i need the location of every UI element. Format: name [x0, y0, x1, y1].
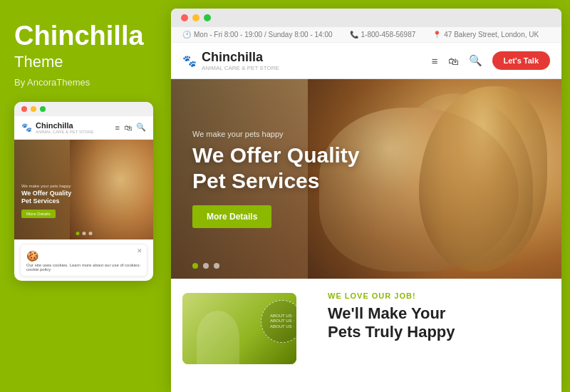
left-title: Chinchilla — [14, 21, 157, 51]
browser-dot-green — [204, 14, 211, 21]
mini-cookie-icon: 🍪 — [26, 250, 141, 262]
section-title: We'll Make YourPets Truly Happy — [328, 304, 547, 342]
info-hours: 🕐 Mon - Fri 8:00 - 19:00 / Sunday 8:00 -… — [182, 31, 333, 38]
mini-dot-1[interactable] — [76, 232, 79, 235]
mini-cookie-text: Our site uses cookies. Learn more about … — [26, 263, 140, 272]
browser-brand-sub: ANIMAL CARE & PET STORE — [202, 65, 279, 71]
mini-dot-red — [21, 106, 27, 112]
mini-titlebar — [14, 102, 153, 116]
browser-below-section: ABOUT US · ABOUT US · ABOUT US · WE LOVE… — [171, 279, 561, 392]
hero-title: We Offer QualityPet Services — [192, 143, 360, 194]
info-phone: 📞 1-800-458-56987 — [350, 31, 416, 38]
mini-navbar: 🐾 Chinchilla ANIMAL CARE & PET STORE ≡ 🛍… — [14, 116, 153, 140]
browser-brand: 🐾 Chinchilla ANIMAL CARE & PET STORE — [182, 50, 279, 71]
main-browser: 🕐 Mon - Fri 8:00 - 19:00 / Sunday 8:00 -… — [171, 9, 561, 392]
hero-content: We make your pets happy We Offer Quality… — [192, 130, 360, 228]
info-hours-text: Mon - Fri 8:00 - 19:00 / Sunday 8:00 - 1… — [194, 31, 333, 38]
browser-info-bar: 🕐 Mon - Fri 8:00 - 19:00 / Sunday 8:00 -… — [171, 27, 561, 43]
mini-paw-icon: 🐾 — [21, 123, 32, 133]
mini-slider-dots — [76, 232, 92, 235]
about-image: ABOUT US · ABOUT US · ABOUT US · — [182, 293, 296, 364]
mini-dot-3[interactable] — [88, 232, 92, 235]
mini-brand: 🐾 Chinchilla ANIMAL CARE & PET STORE — [21, 121, 94, 134]
browser-bag-icon[interactable]: 🛍 — [448, 55, 459, 67]
info-address-text: 47 Bakery Street, London, UK — [444, 31, 539, 38]
section-small-label: WE LOVE OUR JOB! — [328, 292, 547, 300]
location-icon: 📍 — [432, 31, 441, 38]
left-panel: Chinchilla Theme By AncoraThemes 🐾 Chinc… — [0, 0, 171, 392]
mini-hero-btn[interactable]: More Details — [21, 210, 56, 218]
info-phone-text: 1-800-458-56987 — [361, 31, 416, 38]
mini-search-icon[interactable]: 🔍 — [136, 123, 146, 132]
info-address: 📍 47 Bakery Street, London, UK — [432, 31, 539, 38]
mini-cookie-notice: ✕ 🍪 Our site uses cookies. Learn more ab… — [20, 244, 147, 277]
mini-nav-icons: ≡ 🛍 🔍 — [115, 123, 146, 132]
browser-titlebar — [171, 9, 561, 27]
mini-hero-title: We Offer QualityPet Services — [21, 190, 71, 205]
mini-brand-name: Chinchilla — [36, 121, 73, 130]
browser-nav-right: ≡ 🛍 🔍 Let's Talk — [432, 51, 550, 70]
mini-hero-small: We make your pets happy — [21, 184, 71, 188]
mini-cookie-close[interactable]: ✕ — [137, 247, 142, 254]
browser-topbar: 🕐 Mon - Fri 8:00 - 19:00 / Sunday 8:00 -… — [171, 27, 561, 79]
below-right: WE LOVE OUR JOB! We'll Make YourPets Tru… — [314, 279, 561, 392]
left-author: By AncoraThemes — [14, 77, 157, 88]
mini-brand-sub: ANIMAL CARE & PET STORE — [36, 130, 94, 134]
browser-brand-name: Chinchilla — [202, 50, 263, 64]
browser-search-icon[interactable]: 🔍 — [469, 54, 482, 67]
below-left: ABOUT US · ABOUT US · ABOUT US · — [171, 279, 314, 392]
mini-menu-icon[interactable]: ≡ — [115, 123, 120, 132]
hero-dot-3[interactable] — [214, 263, 219, 269]
hero-dot-1[interactable] — [192, 263, 198, 269]
browser-dot-red — [181, 14, 188, 21]
left-subtitle: Theme — [14, 53, 157, 71]
mini-dot-green — [40, 106, 46, 112]
mini-dot-yellow — [31, 106, 36, 112]
clock-icon: 🕐 — [182, 31, 191, 38]
hero-more-details-button[interactable]: More Details — [192, 205, 271, 228]
mini-bag-icon[interactable]: 🛍 — [124, 123, 132, 132]
hero-dot-2[interactable] — [203, 263, 209, 269]
phone-icon: 📞 — [350, 31, 358, 38]
hero-slider-dots — [192, 263, 219, 269]
hero-small-text: We make your pets happy — [192, 130, 360, 138]
browser-hero: We make your pets happy We Offer Quality… — [171, 79, 561, 279]
mini-mockup: 🐾 Chinchilla ANIMAL CARE & PET STORE ≡ 🛍… — [14, 102, 153, 281]
mini-hero-text: We make your pets happy We Offer Quality… — [21, 184, 71, 218]
browser-dot-yellow — [192, 14, 200, 21]
browser-paw-icon: 🐾 — [182, 54, 197, 68]
lets-talk-button[interactable]: Let's Talk — [492, 51, 550, 70]
browser-menu-icon[interactable]: ≡ — [432, 55, 438, 67]
mini-dot-2[interactable] — [82, 232, 86, 235]
browser-navbar: 🐾 Chinchilla ANIMAL CARE & PET STORE ≡ 🛍… — [171, 43, 561, 78]
mini-hero: We make your pets happy We Offer Quality… — [14, 140, 153, 239]
